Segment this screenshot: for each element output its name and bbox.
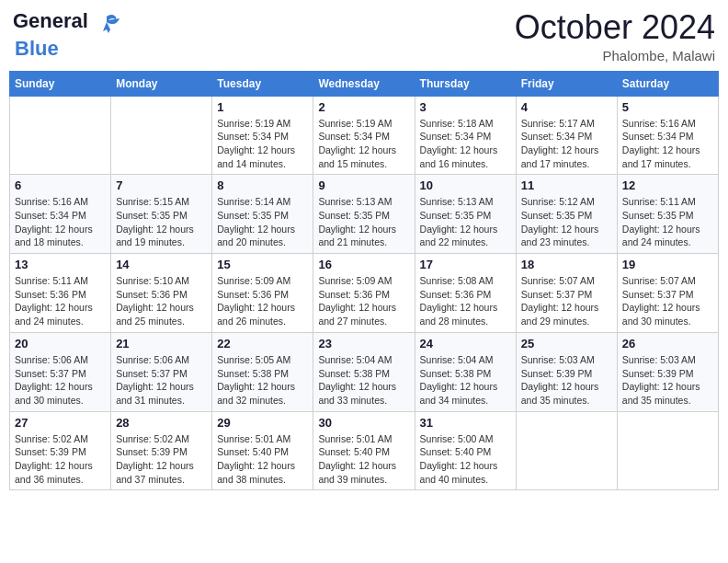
calendar-cell xyxy=(516,411,617,490)
calendar-cell: 4Sunrise: 5:17 AMSunset: 5:34 PMDaylight… xyxy=(516,96,617,175)
day-info: Sunrise: 5:13 AMSunset: 5:35 PMDaylight:… xyxy=(318,195,409,249)
day-number: 4 xyxy=(521,100,612,114)
week-row-1: 1Sunrise: 5:19 AMSunset: 5:34 PMDaylight… xyxy=(10,96,719,175)
day-number: 11 xyxy=(521,178,612,192)
day-number: 6 xyxy=(15,178,106,192)
day-info: Sunrise: 5:06 AMSunset: 5:37 PMDaylight:… xyxy=(15,353,106,408)
calendar-cell: 26Sunrise: 5:03 AMSunset: 5:39 PMDayligh… xyxy=(617,332,718,411)
day-info: Sunrise: 5:08 AMSunset: 5:36 PMDaylight:… xyxy=(420,274,511,328)
calendar-cell: 19Sunrise: 5:07 AMSunset: 5:37 PMDayligh… xyxy=(617,254,718,333)
calendar-cell xyxy=(111,96,212,175)
day-info: Sunrise: 5:07 AMSunset: 5:37 PMDaylight:… xyxy=(622,274,713,328)
calendar-cell: 10Sunrise: 5:13 AMSunset: 5:35 PMDayligh… xyxy=(415,175,516,254)
calendar-cell: 31Sunrise: 5:00 AMSunset: 5:40 PMDayligh… xyxy=(415,411,516,490)
day-info: Sunrise: 5:07 AMSunset: 5:37 PMDaylight:… xyxy=(521,274,612,328)
day-info: Sunrise: 5:09 AMSunset: 5:36 PMDaylight:… xyxy=(217,274,308,328)
page-header: General Blue October 2024 Phalombe, Mala… xyxy=(9,9,719,63)
day-number: 29 xyxy=(217,416,308,430)
day-info: Sunrise: 5:01 AMSunset: 5:40 PMDaylight:… xyxy=(318,432,409,487)
day-info: Sunrise: 5:06 AMSunset: 5:37 PMDaylight:… xyxy=(116,353,207,408)
calendar-cell: 5Sunrise: 5:16 AMSunset: 5:34 PMDaylight… xyxy=(617,96,718,175)
day-number: 19 xyxy=(622,258,713,271)
day-number: 18 xyxy=(521,258,612,271)
calendar-table: SundayMondayTuesdayWednesdayThursdayFrid… xyxy=(9,71,719,491)
calendar-cell: 27Sunrise: 5:02 AMSunset: 5:39 PMDayligh… xyxy=(10,411,111,490)
header-saturday: Saturday xyxy=(617,71,718,96)
day-number: 8 xyxy=(217,178,308,192)
calendar-cell: 22Sunrise: 5:05 AMSunset: 5:38 PMDayligh… xyxy=(212,332,313,411)
day-info: Sunrise: 5:16 AMSunset: 5:34 PMDaylight:… xyxy=(622,117,713,171)
calendar-cell: 8Sunrise: 5:14 AMSunset: 5:35 PMDaylight… xyxy=(212,175,313,254)
day-info: Sunrise: 5:17 AMSunset: 5:34 PMDaylight:… xyxy=(521,117,612,171)
week-row-3: 13Sunrise: 5:11 AMSunset: 5:36 PMDayligh… xyxy=(10,254,719,333)
header-thursday: Thursday xyxy=(415,71,516,96)
calendar-cell: 13Sunrise: 5:11 AMSunset: 5:36 PMDayligh… xyxy=(10,254,111,333)
day-info: Sunrise: 5:04 AMSunset: 5:38 PMDaylight:… xyxy=(318,353,409,408)
calendar-cell: 30Sunrise: 5:01 AMSunset: 5:40 PMDayligh… xyxy=(313,411,415,490)
calendar-cell: 11Sunrise: 5:12 AMSunset: 5:35 PMDayligh… xyxy=(516,175,617,254)
week-row-4: 20Sunrise: 5:06 AMSunset: 5:37 PMDayligh… xyxy=(10,332,719,411)
day-number: 22 xyxy=(217,337,308,350)
calendar-cell: 14Sunrise: 5:10 AMSunset: 5:36 PMDayligh… xyxy=(111,254,212,333)
calendar-cell: 29Sunrise: 5:01 AMSunset: 5:40 PMDayligh… xyxy=(212,411,313,490)
day-number: 9 xyxy=(318,178,409,192)
day-number: 17 xyxy=(420,258,511,271)
day-info: Sunrise: 5:05 AMSunset: 5:38 PMDaylight:… xyxy=(217,353,308,408)
day-number: 26 xyxy=(622,337,713,350)
calendar-cell: 28Sunrise: 5:02 AMSunset: 5:39 PMDayligh… xyxy=(111,411,212,490)
day-number: 5 xyxy=(622,100,713,114)
week-row-2: 6Sunrise: 5:16 AMSunset: 5:34 PMDaylight… xyxy=(10,175,719,254)
day-number: 16 xyxy=(318,258,409,271)
day-number: 25 xyxy=(521,337,612,350)
day-info: Sunrise: 5:03 AMSunset: 5:39 PMDaylight:… xyxy=(521,353,612,408)
title-area: October 2024 Phalombe, Malawi xyxy=(515,9,715,63)
calendar-cell: 16Sunrise: 5:09 AMSunset: 5:36 PMDayligh… xyxy=(313,254,415,333)
day-number: 27 xyxy=(15,416,106,430)
day-number: 28 xyxy=(116,416,207,430)
day-number: 15 xyxy=(217,258,308,271)
day-number: 21 xyxy=(116,337,207,350)
logo-general: General xyxy=(13,9,88,32)
calendar-cell: 23Sunrise: 5:04 AMSunset: 5:38 PMDayligh… xyxy=(313,332,415,411)
calendar-cell: 3Sunrise: 5:18 AMSunset: 5:34 PMDaylight… xyxy=(415,96,516,175)
week-row-5: 27Sunrise: 5:02 AMSunset: 5:39 PMDayligh… xyxy=(10,411,719,490)
day-info: Sunrise: 5:14 AMSunset: 5:35 PMDaylight:… xyxy=(217,195,308,249)
day-info: Sunrise: 5:19 AMSunset: 5:34 PMDaylight:… xyxy=(217,117,308,171)
day-number: 23 xyxy=(318,337,409,350)
calendar-header-row: SundayMondayTuesdayWednesdayThursdayFrid… xyxy=(10,71,719,96)
calendar-cell: 7Sunrise: 5:15 AMSunset: 5:35 PMDaylight… xyxy=(111,175,212,254)
day-info: Sunrise: 5:02 AMSunset: 5:39 PMDaylight:… xyxy=(15,432,106,487)
day-info: Sunrise: 5:19 AMSunset: 5:34 PMDaylight:… xyxy=(318,117,409,171)
day-info: Sunrise: 5:03 AMSunset: 5:39 PMDaylight:… xyxy=(622,353,713,408)
day-info: Sunrise: 5:02 AMSunset: 5:39 PMDaylight:… xyxy=(116,432,207,487)
day-info: Sunrise: 5:12 AMSunset: 5:35 PMDaylight:… xyxy=(521,195,612,249)
day-number: 14 xyxy=(116,258,207,271)
calendar-cell: 17Sunrise: 5:08 AMSunset: 5:36 PMDayligh… xyxy=(415,254,516,333)
calendar-cell: 12Sunrise: 5:11 AMSunset: 5:35 PMDayligh… xyxy=(617,175,718,254)
logo-bird-icon xyxy=(94,11,119,37)
header-friday: Friday xyxy=(516,71,617,96)
day-number: 31 xyxy=(420,416,511,430)
calendar-cell: 25Sunrise: 5:03 AMSunset: 5:39 PMDayligh… xyxy=(516,332,617,411)
day-number: 20 xyxy=(15,337,106,350)
calendar-cell: 2Sunrise: 5:19 AMSunset: 5:34 PMDaylight… xyxy=(313,96,415,175)
calendar-cell xyxy=(617,411,718,490)
day-number: 2 xyxy=(318,100,409,114)
day-info: Sunrise: 5:11 AMSunset: 5:35 PMDaylight:… xyxy=(622,195,713,249)
month-title: October 2024 xyxy=(515,9,715,46)
day-number: 24 xyxy=(420,337,511,350)
day-info: Sunrise: 5:01 AMSunset: 5:40 PMDaylight:… xyxy=(217,432,308,487)
day-info: Sunrise: 5:00 AMSunset: 5:40 PMDaylight:… xyxy=(420,432,511,487)
header-wednesday: Wednesday xyxy=(313,71,415,96)
day-info: Sunrise: 5:10 AMSunset: 5:36 PMDaylight:… xyxy=(116,274,207,328)
logo-blue: Blue xyxy=(15,37,59,60)
calendar-cell: 1Sunrise: 5:19 AMSunset: 5:34 PMDaylight… xyxy=(212,96,313,175)
calendar-cell: 15Sunrise: 5:09 AMSunset: 5:36 PMDayligh… xyxy=(212,254,313,333)
day-number: 13 xyxy=(15,258,106,271)
day-info: Sunrise: 5:11 AMSunset: 5:36 PMDaylight:… xyxy=(15,274,106,328)
logo: General Blue xyxy=(13,9,119,61)
day-number: 7 xyxy=(116,178,207,192)
day-info: Sunrise: 5:13 AMSunset: 5:35 PMDaylight:… xyxy=(420,195,511,249)
day-info: Sunrise: 5:16 AMSunset: 5:34 PMDaylight:… xyxy=(15,195,106,249)
calendar-cell: 18Sunrise: 5:07 AMSunset: 5:37 PMDayligh… xyxy=(516,254,617,333)
